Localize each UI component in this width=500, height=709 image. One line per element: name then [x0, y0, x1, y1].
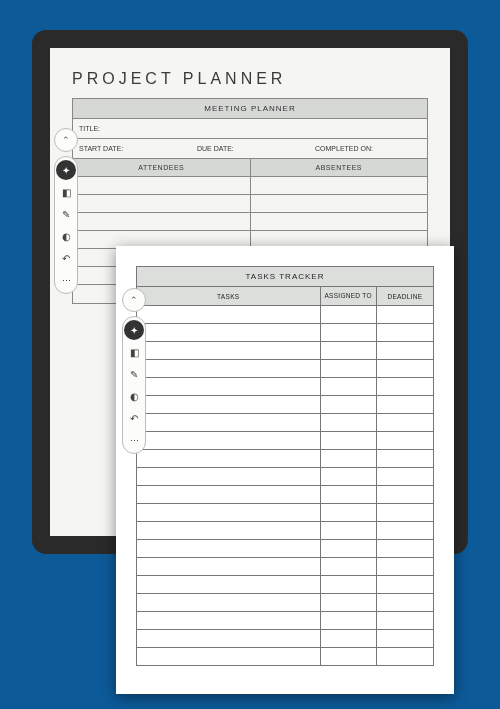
task-row[interactable]: [137, 504, 433, 522]
tasks-tracker-body: [136, 306, 434, 666]
select-tool-button[interactable]: ◐: [123, 385, 145, 407]
chevron-up-icon: ⌃: [62, 135, 70, 145]
assigned-to-column-header: ASSIGNED TO: [321, 287, 377, 305]
task-row[interactable]: [137, 378, 433, 396]
more-button[interactable]: ⋮: [55, 269, 77, 291]
start-date-label[interactable]: START DATE:: [73, 139, 191, 158]
more-icon: ⋮: [132, 436, 136, 445]
more-button[interactable]: ⋮: [123, 429, 145, 451]
absentees-header: ABSENTEES: [251, 159, 428, 176]
eraser-icon: ◧: [62, 187, 71, 198]
task-row[interactable]: [137, 414, 433, 432]
completed-on-label[interactable]: COMPLETED ON:: [309, 139, 427, 158]
task-row[interactable]: [137, 594, 433, 612]
highlight-icon: ✎: [62, 209, 70, 220]
task-row[interactable]: [137, 396, 433, 414]
annotation-toolbar: ✦ ◧ ✎ ◐ ↶ ⋮: [122, 316, 146, 454]
deadline-column-header: DEADLINE: [377, 287, 433, 305]
pen-icon: ✦: [130, 325, 138, 336]
meeting-planner-header: MEETING PLANNER: [72, 98, 428, 119]
toolbar-collapse-button[interactable]: ⌃: [122, 288, 146, 312]
select-icon: ◐: [62, 231, 71, 242]
undo-button[interactable]: ↶: [55, 247, 77, 269]
undo-icon: ↶: [62, 253, 70, 264]
task-row[interactable]: [137, 630, 433, 648]
tasks-tracker-header: TASKS TRACKER: [136, 266, 434, 287]
date-row: START DATE: DUE DATE: COMPLETED ON:: [72, 139, 428, 159]
page-title: PROJECT PLANNER: [72, 70, 428, 88]
sheet-content: TASKS TRACKER TASKS ASSIGNED TO DEADLINE: [116, 246, 454, 694]
task-row[interactable]: [137, 306, 433, 324]
task-row[interactable]: [137, 324, 433, 342]
select-tool-button[interactable]: ◐: [55, 225, 77, 247]
task-row[interactable]: [137, 576, 433, 594]
undo-icon: ↶: [130, 413, 138, 424]
task-row[interactable]: [137, 558, 433, 576]
eraser-icon: ◧: [130, 347, 139, 358]
toolbar-collapse-button[interactable]: ⌃: [54, 128, 78, 152]
annotation-toolbar: ✦ ◧ ✎ ◐ ↶ ⋮: [54, 156, 78, 294]
eraser-tool-button[interactable]: ◧: [55, 181, 77, 203]
task-row[interactable]: [137, 486, 433, 504]
tasks-tracker-columns: TASKS ASSIGNED TO DEADLINE: [136, 287, 434, 306]
undo-button[interactable]: ↶: [123, 407, 145, 429]
pen-tool-button[interactable]: ✦: [124, 320, 144, 340]
pen-icon: ✦: [62, 165, 70, 176]
task-row[interactable]: [137, 540, 433, 558]
select-icon: ◐: [130, 391, 139, 402]
pen-tool-button[interactable]: ✦: [56, 160, 76, 180]
due-date-label[interactable]: DUE DATE:: [191, 139, 309, 158]
highlight-tool-button[interactable]: ✎: [55, 203, 77, 225]
attendance-header: ATTENDEES ABSENTEES: [72, 159, 428, 177]
tasks-column-header: TASKS: [137, 287, 321, 305]
more-icon: ⋮: [64, 276, 68, 285]
highlight-tool-button[interactable]: ✎: [123, 363, 145, 385]
attendees-header: ATTENDEES: [73, 159, 251, 176]
tasks-tracker-sheet: TASKS TRACKER TASKS ASSIGNED TO DEADLINE: [116, 246, 454, 694]
attendance-row[interactable]: [73, 195, 427, 213]
task-row[interactable]: [137, 450, 433, 468]
task-row[interactable]: [137, 360, 433, 378]
task-row[interactable]: [137, 342, 433, 360]
task-row[interactable]: [137, 468, 433, 486]
task-row[interactable]: [137, 432, 433, 450]
eraser-tool-button[interactable]: ◧: [123, 341, 145, 363]
chevron-up-icon: ⌃: [130, 295, 138, 305]
task-row[interactable]: [137, 648, 433, 666]
task-row[interactable]: [137, 522, 433, 540]
highlight-icon: ✎: [130, 369, 138, 380]
attendance-row[interactable]: [73, 177, 427, 195]
attendance-row[interactable]: [73, 213, 427, 231]
task-row[interactable]: [137, 612, 433, 630]
title-field-label[interactable]: TITLE:: [72, 119, 428, 139]
